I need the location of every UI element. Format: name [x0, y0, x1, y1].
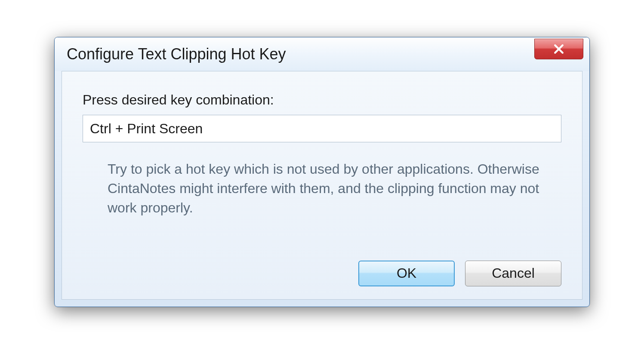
content-panel: Press desired key combination: Try to pi…: [62, 71, 582, 299]
hotkey-config-dialog: Configure Text Clipping Hot Key Press de…: [54, 37, 590, 307]
button-row: OK Cancel: [83, 261, 561, 286]
hint-text: Try to pick a hot key which is not used …: [108, 160, 553, 217]
hotkey-field-label: Press desired key combination:: [83, 92, 561, 108]
close-icon: [553, 43, 565, 55]
close-button[interactable]: [534, 39, 583, 59]
dialog-title: Configure Text Clipping Hot Key: [67, 45, 286, 63]
ok-button[interactable]: OK: [358, 261, 455, 286]
cancel-button[interactable]: Cancel: [465, 261, 561, 286]
hotkey-input[interactable]: [83, 115, 561, 142]
titlebar[interactable]: Configure Text Clipping Hot Key: [55, 37, 589, 71]
